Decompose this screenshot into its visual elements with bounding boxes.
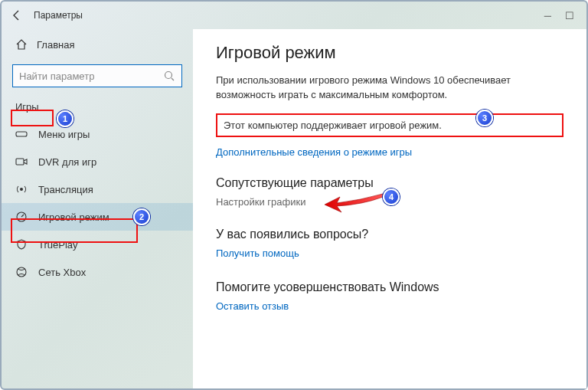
broadcast-icon xyxy=(15,183,28,195)
dvr-icon xyxy=(15,156,28,168)
nav-label: Сеть Xbox xyxy=(38,267,86,278)
graphics-settings-link[interactable]: Настройки графики xyxy=(216,196,305,208)
main-panel: Игровой режим При использовании игрового… xyxy=(193,29,586,388)
window-body: Главная Игры Меню игры DVR для игр Транс… xyxy=(2,29,586,388)
home-button[interactable]: Главная xyxy=(2,32,193,57)
svg-point-3 xyxy=(20,188,23,191)
category-label: Игры xyxy=(2,97,193,117)
nav-label: Игровой режим xyxy=(38,211,109,223)
svg-point-5 xyxy=(17,267,26,277)
svg-point-0 xyxy=(165,72,172,79)
home-icon xyxy=(15,38,28,51)
svg-rect-2 xyxy=(16,159,24,165)
game-bar-icon xyxy=(15,128,28,140)
gauge-icon xyxy=(15,211,28,223)
window-controls: ─ ☐ xyxy=(544,10,580,21)
annotation-badge-1: 1 xyxy=(57,110,74,127)
support-text: Этот компьютер поддерживает игровой режи… xyxy=(224,120,442,131)
arrow-left-icon xyxy=(11,9,23,21)
titlebar: Параметры ─ ☐ xyxy=(2,2,586,29)
nav-label: DVR для игр xyxy=(38,156,96,168)
svg-rect-1 xyxy=(16,132,27,136)
xbox-icon xyxy=(15,266,28,278)
support-status: Этот компьютер поддерживает игровой режи… xyxy=(216,113,564,137)
sidebar: Главная Игры Меню игры DVR для игр Транс… xyxy=(2,29,193,388)
more-info-link[interactable]: Дополнительные сведения о режиме игры xyxy=(216,146,412,158)
nav-item-game-bar[interactable]: Меню игры xyxy=(2,120,193,148)
page-description: При использовании игрового режима Window… xyxy=(216,74,564,103)
search-icon xyxy=(163,70,175,82)
nav-item-xbox[interactable]: Сеть Xbox xyxy=(2,258,193,286)
settings-window: Параметры ─ ☐ Главная Игры Меню игры DVR xyxy=(0,0,588,390)
nav-item-dvr[interactable]: DVR для игр xyxy=(2,148,193,175)
feedback-link[interactable]: Оставить отзыв xyxy=(216,300,289,312)
nav-label: Меню игры xyxy=(38,129,90,140)
search-box[interactable] xyxy=(12,64,182,87)
minimize-button[interactable]: ─ xyxy=(544,10,551,21)
back-button[interactable] xyxy=(8,6,26,25)
shield-icon xyxy=(15,238,28,251)
nav-label: TruePlay xyxy=(38,239,78,251)
related-heading: Сопутствующие параметры xyxy=(216,176,564,190)
improve-heading: Помогите усовершенствовать Windows xyxy=(216,280,564,294)
window-title: Параметры xyxy=(34,10,83,21)
nav-item-broadcast[interactable]: Трансляция xyxy=(2,175,193,203)
nav-label: Трансляция xyxy=(38,184,93,195)
annotation-badge-3: 3 xyxy=(476,110,493,126)
annotation-badge-4: 4 xyxy=(383,188,400,205)
nav-item-trueplay[interactable]: TruePlay xyxy=(2,231,193,258)
home-label: Главная xyxy=(37,39,74,51)
annotation-arrow xyxy=(323,189,384,220)
page-heading: Игровой режим xyxy=(216,43,564,63)
help-link[interactable]: Получить помощь xyxy=(216,247,299,259)
maximize-button[interactable]: ☐ xyxy=(565,10,574,21)
nav-item-game-mode[interactable]: Игровой режим xyxy=(2,203,193,231)
search-input[interactable] xyxy=(19,70,163,82)
questions-heading: У вас появились вопросы? xyxy=(216,228,564,241)
annotation-badge-2: 2 xyxy=(133,208,150,225)
